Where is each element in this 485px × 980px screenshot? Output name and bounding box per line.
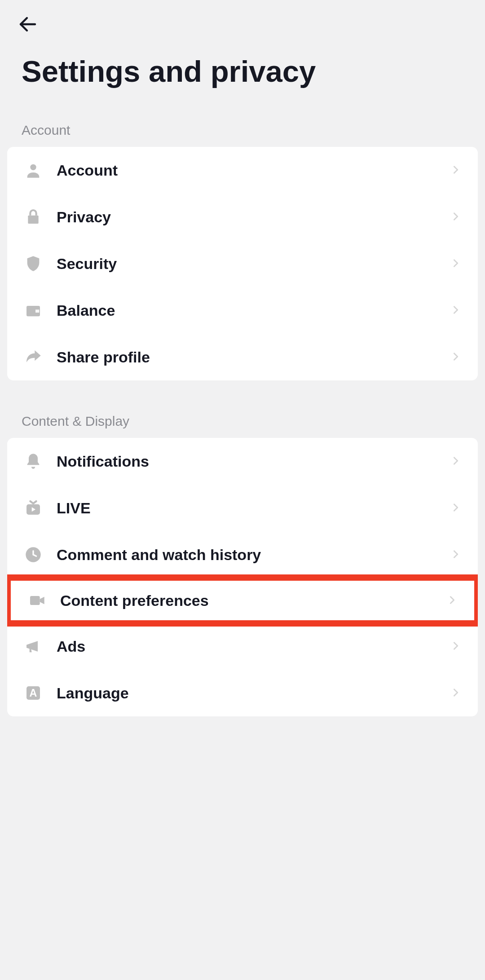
list-item-label: Language [57,684,451,702]
chevron-right-icon [451,641,462,652]
svg-rect-2 [28,216,38,224]
svg-rect-7 [30,596,40,605]
list-item-account[interactable]: Account [7,147,478,194]
list-item-label: Ads [57,638,451,655]
svg-text:A: A [30,687,37,699]
shield-icon [23,254,43,274]
chevron-right-icon [451,456,462,467]
list-item-comment-watch-history[interactable]: Comment and watch history [7,531,478,578]
chevron-right-icon [451,212,462,222]
list-item-share-profile[interactable]: Share profile [7,334,478,380]
list-item-label: Security [57,255,451,273]
list-item-content-preferences[interactable]: Content preferences [11,581,474,620]
lock-icon [23,207,43,227]
highlight-content-preferences: Content preferences [7,574,478,627]
chevron-right-icon [451,688,462,698]
list-item-label: Share profile [57,349,451,366]
chevron-right-icon [451,165,462,176]
list-item-label: Content preferences [60,592,447,609]
chevron-right-icon [451,549,462,560]
page-title: Settings and privacy [0,38,485,112]
content-display-card: Notifications LIVE Comment and watch his… [7,438,478,716]
chevron-right-icon [451,258,462,269]
list-item-security[interactable]: Security [7,240,478,287]
bell-icon [23,451,43,471]
back-button[interactable] [17,11,44,38]
section-header-account: Account [0,112,485,147]
person-icon [23,160,43,180]
list-item-privacy[interactable]: Privacy [7,194,478,240]
wallet-icon [23,300,43,320]
svg-point-1 [30,164,36,170]
account-card: Account Privacy Security Balance Share p… [7,147,478,380]
list-item-notifications[interactable]: Notifications [7,438,478,485]
chevron-right-icon [451,305,462,316]
list-item-label: Balance [57,302,451,319]
clock-icon [23,545,43,565]
back-arrow-icon [17,13,39,35]
list-item-language[interactable]: A Language [7,670,478,716]
list-item-label: Account [57,162,451,179]
tv-icon [23,498,43,518]
video-icon [27,591,47,610]
section-header-content-display: Content & Display [0,403,485,438]
chevron-right-icon [451,352,462,362]
list-item-label: Notifications [57,453,451,470]
list-item-balance[interactable]: Balance [7,287,478,334]
chevron-right-icon [451,503,462,513]
list-item-ads[interactable]: Ads [7,623,478,670]
chevron-right-icon [447,595,458,606]
list-item-label: Comment and watch history [57,546,451,564]
list-item-live[interactable]: LIVE [7,485,478,531]
share-icon [23,347,43,367]
language-icon: A [23,683,43,703]
megaphone-icon [23,636,43,656]
svg-rect-4 [35,309,39,313]
list-item-label: Privacy [57,208,451,226]
list-item-label: LIVE [57,499,451,517]
